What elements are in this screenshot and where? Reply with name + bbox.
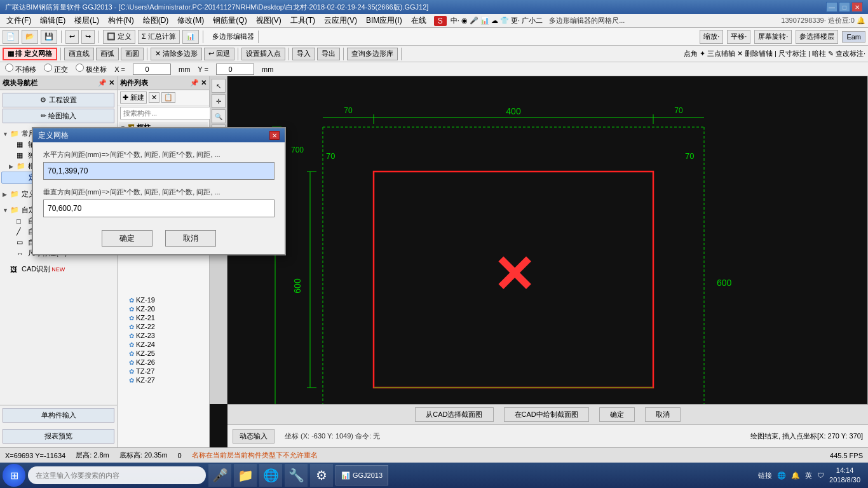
horizontal-label: 水平方向间距(mm)=>间距*个数, 间距, 间距*个数, 间距, ... [43,150,275,159]
single-input-btn[interactable]: 单构件输入 [3,408,114,423]
new-component-btn[interactable]: ✚ 新建 [120,92,147,104]
dialog-close-btn[interactable]: ✕ [269,131,280,140]
floor-height: 层高: 2.8m [76,451,109,460]
export-btn[interactable]: 导出 [317,48,340,60]
dialog-confirm-btn[interactable]: 确定 [102,230,153,247]
sep9 [343,48,344,60]
nav-project-settings[interactable]: ⚙ 工程设置 [3,93,114,107]
menu-rebar-qty[interactable]: 钢筋量(Q) [209,14,250,27]
menu-floor[interactable]: 楼层(L) [71,14,103,27]
comp-panel-pin[interactable]: 📌 ✕ [190,79,207,87]
taskbar-file-explorer[interactable]: 📁 [234,464,257,487]
menu-cloud[interactable]: 云应用(V) [320,14,361,27]
horizontal-input[interactable] [43,162,275,180]
menu-draw[interactable]: 绘图(D) [139,14,173,27]
start-button[interactable]: ⊞ [3,464,25,487]
taskbar-app1[interactable]: 🔧 [285,464,308,487]
taskbar-search[interactable] [28,466,206,484]
nav-draw-input[interactable]: ✏ 绘图输入 [3,109,114,123]
tree-cad-recognize[interactable]: 🖼 CAD识别 NEW [1,264,116,274]
menu-online[interactable]: 在线 [407,14,430,27]
set-insert-point-btn[interactable]: 设置插入点 [241,48,285,60]
no-snap-radio[interactable] [5,64,13,72]
close-btn[interactable]: ✕ [851,2,863,12]
toolbar-define[interactable]: 🔲 定义 [103,30,135,44]
svg-text:400: 400 [506,106,521,116]
toolbar-redo[interactable]: ↪ [81,30,95,44]
clear-polygon-btn[interactable]: ✕ 清除多边形 [151,48,202,60]
taskbar-cortana[interactable]: 🎤 [208,464,231,487]
comp-kz24[interactable]: ✿ KZ-24 [119,340,208,349]
dialog-cancel-btn[interactable]: 取消 [165,230,216,247]
menu-modify[interactable]: 修改(M) [173,14,208,27]
define-grid-dialog[interactable]: 定义网格 ✕ 水平方向间距(mm)=>间距*个数, 间距, 间距*个数, 间距,… [32,127,286,255]
component-search[interactable] [120,107,212,119]
canvas-cancel-btn[interactable]: 取消 [645,407,681,422]
comp-kz19[interactable]: ✿ KZ-19 [119,295,208,304]
comp-kz27[interactable]: ✿ KZ-27 [119,376,208,384]
from-cad-btn[interactable]: 从CAD选择截面图 [415,407,493,422]
restore-btn[interactable]: □ [839,2,850,12]
draw-circle-btn[interactable]: 画圆 [121,48,144,60]
toolbar-new[interactable]: 📄 [3,30,19,44]
y-input[interactable] [216,64,254,75]
import-btn[interactable]: 导入 [292,48,315,60]
polar-radio[interactable] [76,64,84,72]
copy-component-btn[interactable]: 📋 [161,92,175,103]
toolbar-undo[interactable]: ↩ [65,30,79,44]
menu-view[interactable]: 视图(V) [252,14,285,27]
menu-tools[interactable]: 工具(T) [287,14,319,27]
component-header: 构件列表 📌 ✕ [118,76,209,90]
sidebar-pin[interactable]: 📌 ✕ [98,79,114,87]
status-right: 绘图结束, 插入点坐标[X: 270 Y: 370] [750,431,863,441]
taskbar-browser[interactable]: 🌐 [259,464,282,487]
comp-kz20[interactable]: ✿ KZ-20 [119,304,208,313]
comp-kz23[interactable]: ✿ KZ-23 [119,331,208,340]
dynamic-input-btn[interactable]: 动态输入 [233,429,275,444]
pan-btn[interactable]: 平移· [727,30,750,44]
draw-arc-btn[interactable]: 画弧 [96,48,119,60]
polygon-toolbar: ▦ 排 定义网格 画直线 画弧 画圆 ✕ 清除多边形 ↩ 回退 设置插入点 导入… [0,46,868,62]
tool-move[interactable]: ✛ [212,94,226,108]
canvas-confirm-btn[interactable]: 确定 [599,407,635,422]
comp-kz26[interactable]: ✿ KZ-26 [119,358,208,367]
select-floor-btn[interactable]: 参选择楼层 [796,30,838,44]
base-floor-height: 底标高: 20.35m [119,451,168,460]
query-polygon-lib-btn[interactable]: 查询多边形库 [347,48,398,60]
draw-line-btn[interactable]: 画直线 [64,48,94,60]
define-grid-btn[interactable]: ▦ 排 定义网格 [3,48,57,60]
window-controls: — □ ✕ [826,2,863,12]
taskbar-notifications: 🔔 [791,471,800,480]
tool-zoom-in[interactable]: 🔍 [212,109,226,123]
title-bar: 广联达BIM钢筋算量软件 GGJ2013 - [C:\Users\Adminis… [0,0,868,14]
toolbar-open[interactable]: 📂 [22,30,38,44]
taskbar-active-app[interactable]: 📊 GGJ2013 [336,465,388,485]
toolbar-summary[interactable]: Σ 汇总计算 [138,30,180,44]
zoom-btn[interactable]: 缩放· [700,30,723,44]
snap-toolbar: 不捕移 正交 极坐标 X = mm Y = mm [0,62,868,76]
report-preview-btn[interactable]: 报表预览 [3,429,114,444]
menu-component[interactable]: 构件(N) [104,14,138,27]
x-input[interactable] [133,64,171,75]
rotate-screen-btn[interactable]: 屏幕旋转· [754,30,792,44]
tool-select[interactable]: ↖ [212,79,226,93]
delete-component-btn[interactable]: ✕ [149,92,159,103]
orthogonal-radio[interactable] [44,64,52,72]
comp-kz21[interactable]: ✿ KZ-21 [119,313,208,322]
sep6 [147,48,147,60]
taskbar-lang: 英 [805,471,812,480]
menu-edit[interactable]: 编辑(E) [36,14,69,27]
toolbar-report[interactable]: 📊 [182,30,199,44]
in-cad-btn[interactable]: 在CAD中给制截面图 [504,407,589,422]
toolbar-save[interactable]: 💾 [41,30,57,44]
undo-btn[interactable]: ↩ 回退 [204,48,234,60]
taskbar-app2[interactable]: ⚙ [310,464,333,487]
menu-file[interactable]: 文件(F) [3,14,35,27]
menu-bim[interactable]: BIM应用(I) [362,14,406,27]
dialog-content: 水平方向间距(mm)=>间距*个数, 间距, 间距*个数, 间距, ... 垂直… [33,142,285,254]
minimize-btn[interactable]: — [826,2,837,12]
comp-kz25[interactable]: ✿ KZ-25 [119,349,208,358]
comp-tz27[interactable]: ✿ TZ-27 [119,367,208,376]
vertical-input[interactable] [43,200,275,217]
comp-kz22[interactable]: ✿ KZ-22 [119,322,208,331]
